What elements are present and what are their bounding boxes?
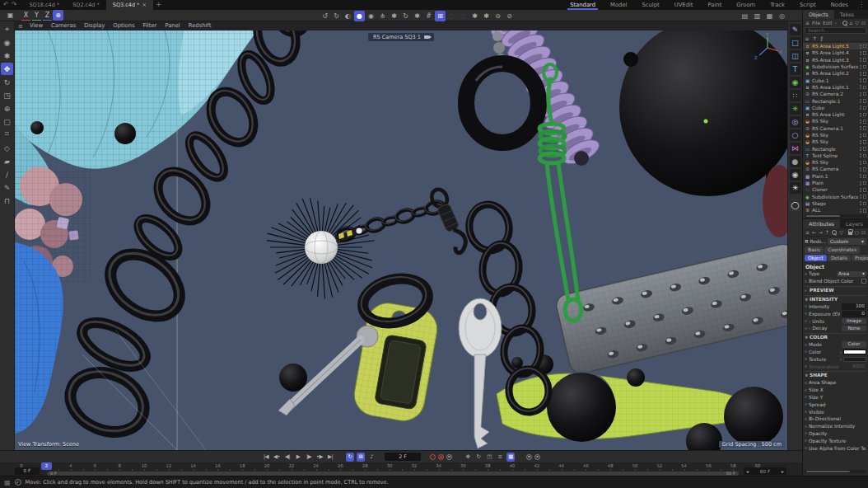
spinner-left-icon[interactable]: ◂: [746, 469, 749, 474]
key-parameters-toggle[interactable]: ≡: [496, 453, 504, 462]
value-button[interactable]: Color: [842, 341, 866, 348]
keyframe-dot-icon[interactable]: [805, 382, 807, 384]
camera-icon[interactable]: ◉: [790, 169, 801, 181]
menu-icon[interactable]: ≡: [805, 20, 810, 26]
layer-toggle[interactable]: [863, 78, 867, 82]
cube-primitive-icon[interactable]: □: [790, 37, 801, 49]
sound-toggle[interactable]: ♪: [367, 453, 376, 462]
layout-tab-script[interactable]: Script: [792, 0, 824, 10]
move-tool-icon[interactable]: ✥: [1, 63, 13, 75]
volume-icon[interactable]: ●: [790, 156, 801, 167]
status-grid-icon[interactable]: ▦: [4, 479, 11, 486]
value-button[interactable]: None: [842, 326, 866, 332]
list-item[interactable]: ◒RS Sky: [803, 132, 868, 138]
keyframe-dot-icon[interactable]: [805, 365, 807, 368]
menu-cameras[interactable]: Cameras: [47, 21, 80, 30]
number-field[interactable]: 6500: [842, 364, 866, 370]
layer-toggle[interactable]: [863, 209, 867, 213]
visibility-dots-icon[interactable]: [860, 72, 861, 73]
tab-takes[interactable]: Takes: [834, 10, 860, 19]
menu-display[interactable]: Display: [80, 21, 109, 30]
value-button[interactable]: Image: [842, 318, 866, 325]
layer-toggle[interactable]: [863, 126, 867, 130]
tool-settings-tool-icon[interactable]: ✱: [1, 49, 13, 62]
content-browser-icon[interactable]: ◎: [777, 11, 787, 21]
menu-redshift[interactable]: Redshift: [184, 21, 216, 30]
render-view-icon[interactable]: ▤: [740, 11, 750, 21]
up-icon[interactable]: ↑: [825, 229, 829, 235]
menu-view[interactable]: View: [26, 21, 47, 30]
visibility-dots-icon[interactable]: [860, 92, 861, 94]
modeling-settings-icon[interactable]: ✱: [481, 11, 492, 21]
keyframe-dot-icon[interactable]: [805, 358, 807, 360]
ghost-2-icon[interactable]: ◌: [458, 11, 469, 21]
list-item[interactable]: ◉Subdivision Surface: [803, 194, 868, 200]
list-item[interactable]: ⊙RS Camera: [803, 166, 868, 172]
back-icon[interactable]: ←: [812, 229, 816, 235]
attribute-group-preview[interactable]: ›PREVIEW: [805, 286, 866, 294]
tab-layers[interactable]: Layers: [840, 219, 868, 228]
remove-icon[interactable]: ⊖: [492, 11, 503, 21]
layer-toggle[interactable]: [863, 154, 867, 158]
menu-more-icon[interactable]: ›: [835, 20, 837, 26]
spline-circle-icon[interactable]: ○: [790, 129, 801, 141]
polygons-mode-tool-icon[interactable]: ▰: [1, 155, 13, 167]
filter-icon[interactable]: ▽: [839, 229, 843, 235]
list-item[interactable]: ◒RS Sky: [803, 138, 868, 145]
layer-toggle[interactable]: [863, 92, 867, 96]
attribute-group-shape[interactable]: ∨SHAPE: [805, 371, 866, 379]
character-icon[interactable]: ⋔: [377, 11, 388, 21]
preset-dropdown[interactable]: Custom ▾: [828, 238, 866, 245]
viewport-menu-icon[interactable]: ≡: [18, 23, 23, 30]
points-mode-tool-icon[interactable]: ⠛: [1, 129, 13, 141]
menu-panel[interactable]: Panel: [161, 21, 184, 30]
list-item[interactable]: ▦Plain.1: [803, 173, 868, 180]
visibility-dots-icon[interactable]: [860, 126, 861, 128]
filter-icon[interactable]: ▽: [855, 20, 859, 26]
key-rotation-toggle[interactable]: ↻: [474, 453, 483, 462]
home-icon[interactable]: ⌂: [805, 35, 809, 41]
list-item[interactable]: ▤Stage: [803, 200, 868, 207]
list-item[interactable]: ▣Cube.1: [803, 77, 868, 83]
layout-overflow-icon[interactable]: ⋮: [858, 0, 865, 10]
document-tab[interactable]: SQ18.c4d *: [22, 0, 66, 10]
layer-toggle[interactable]: [863, 134, 867, 138]
loop-toggle[interactable]: ↻: [346, 453, 354, 462]
keyframe-dot-icon[interactable]: [805, 273, 807, 275]
layer-toggle[interactable]: [863, 65, 867, 69]
selection-tool-icon[interactable]: ◉: [1, 36, 13, 49]
visibility-dots-icon[interactable]: [860, 45, 861, 46]
keyframe-dot-icon[interactable]: [805, 418, 807, 420]
keyframe-dot-icon[interactable]: [805, 305, 807, 307]
key-point-level-toggle[interactable]: ▦: [506, 453, 515, 462]
ghost-1-icon[interactable]: ◌: [446, 11, 457, 21]
visibility-dots-icon[interactable]: [860, 181, 861, 183]
picture-viewer-icon[interactable]: ▥: [752, 11, 763, 21]
search-input[interactable]: Search...: [805, 27, 866, 34]
attributes-hscrollbar[interactable]: [805, 470, 866, 473]
list-item[interactable]: ▭Rectangle: [803, 145, 868, 152]
live-selection-tool-icon[interactable]: ⌖: [1, 23, 13, 35]
magnet-tool-icon[interactable]: ⊓: [1, 195, 13, 207]
material-preview-icon[interactable]: ◉: [366, 11, 376, 21]
layer-toggle[interactable]: [863, 188, 867, 192]
layer-toggle[interactable]: [863, 161, 867, 165]
layer-toggle[interactable]: [863, 120, 867, 124]
list-item[interactable]: ¤RS Area Light.5: [803, 43, 868, 49]
record-keyframe-button[interactable]: [430, 454, 436, 460]
menu-options[interactable]: Options: [109, 21, 138, 30]
search-icon[interactable]: [832, 230, 837, 235]
spinner-right-icon[interactable]: ▸: [782, 469, 784, 474]
function-filter-icon[interactable]: ƒ: [821, 35, 823, 41]
keyframe-dot-icon[interactable]: [805, 280, 807, 283]
menu-file[interactable]: File: [812, 20, 820, 26]
layer-toggle[interactable]: [863, 113, 867, 117]
keyframe-dot-icon[interactable]: [805, 327, 807, 330]
keyframe-dot-icon[interactable]: [805, 350, 807, 353]
viewport[interactable]: ≡ ViewCamerasDisplayOptionsFilterPanelRe…: [15, 21, 787, 450]
visibility-dots-icon[interactable]: [860, 78, 861, 80]
expand-arrow-icon[interactable]: ›: [809, 326, 810, 331]
menu-filter[interactable]: Filter: [139, 21, 161, 30]
forward-icon[interactable]: →: [819, 229, 823, 235]
document-tab[interactable]: SQ3.c4d *×: [106, 0, 153, 10]
